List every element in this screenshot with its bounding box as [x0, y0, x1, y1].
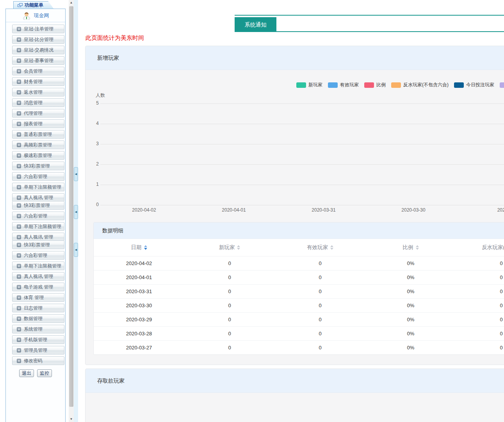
menu-item-wrap: 单期下注限额管理	[6, 183, 65, 193]
expand-plus-icon[interactable]	[17, 317, 21, 321]
sidebar-item-2[interactable]: 皇冠-交易情况	[12, 46, 64, 54]
expand-plus-icon[interactable]	[17, 101, 21, 105]
column-header-0[interactable]: 日期	[94, 239, 184, 256]
sidebar-item-4[interactable]: 会员管理	[12, 67, 64, 75]
sort-carets-icon[interactable]	[144, 245, 147, 250]
expand-plus-icon[interactable]	[17, 48, 21, 52]
expand-plus-icon[interactable]	[17, 359, 21, 363]
sidebar-item-17[interactable]: 快3彩票管理	[12, 201, 64, 210]
sidebar-item-19[interactable]: 单期下注限额管理	[12, 222, 64, 231]
sort-carets-icon[interactable]	[330, 245, 333, 250]
expand-plus-icon[interactable]	[17, 111, 21, 116]
expand-plus-icon[interactable]	[17, 224, 21, 229]
sidebar-item-3[interactable]: 皇冠-赛事管理	[12, 56, 64, 65]
expand-plus-icon[interactable]	[17, 164, 21, 168]
expand-plus-icon[interactable]	[17, 132, 21, 137]
sort-carets-icon[interactable]	[416, 245, 419, 250]
expand-plus-icon[interactable]	[17, 235, 21, 239]
sidebar-item-1[interactable]: 皇冠-比分管理	[12, 35, 64, 44]
scrollbar-thumb[interactable]	[69, 6, 73, 407]
x-tick-label: 2020-03-31	[300, 207, 347, 213]
sidebar-item-9[interactable]: 报表管理	[12, 119, 64, 128]
legend-label: 新玩家	[308, 82, 322, 88]
sidebar-item-13[interactable]: 快3彩票管理	[12, 162, 64, 170]
scroll-down-icon[interactable]: ▼	[69, 417, 74, 422]
sidebar-item-28[interactable]: 数据管理	[12, 314, 64, 323]
sidebar-item-16[interactable]: 真人视讯 管理	[12, 193, 64, 201]
expand-plus-icon[interactable]	[17, 143, 21, 147]
column-header-1[interactable]: 新玩家	[184, 239, 275, 256]
expand-plus-icon[interactable]	[17, 296, 21, 300]
logout-button[interactable]: 退出	[19, 369, 34, 377]
sidebar-header-tab[interactable]: 功能菜单	[13, 1, 54, 9]
expand-plus-icon[interactable]	[17, 59, 21, 63]
legend-item-1[interactable]: 有效玩家	[328, 82, 359, 88]
expand-plus-icon[interactable]	[17, 174, 21, 179]
expand-plus-icon[interactable]	[17, 185, 21, 189]
expand-plus-icon[interactable]	[17, 214, 21, 218]
expand-plus-icon[interactable]	[17, 243, 21, 247]
sidebar-item-22[interactable]: 六合彩管理	[12, 251, 64, 260]
sidebar-item-24[interactable]: 真人视讯 管理	[12, 272, 64, 281]
expand-plus-icon[interactable]	[17, 348, 21, 353]
sidebar-item-30[interactable]: 手机版管理	[12, 335, 64, 344]
column-header-4[interactable]: 反水玩家(不包	[456, 239, 504, 256]
expand-plus-icon[interactable]	[17, 306, 21, 310]
sidebar-item-32[interactable]: 修改密码	[12, 356, 64, 365]
sidebar-item-10[interactable]: 普通彩票管理	[12, 130, 64, 139]
sidebar-item-27[interactable]: 日志管理	[12, 304, 64, 312]
sidebar-item-18[interactable]: 六合彩管理	[12, 212, 64, 220]
expand-plus-icon[interactable]	[17, 285, 21, 289]
scroll-up-icon[interactable]: ▲	[69, 0, 74, 5]
sidebar-item-7[interactable]: 消息管理	[12, 98, 64, 107]
expand-plus-icon[interactable]	[17, 264, 21, 268]
expand-plus-icon[interactable]	[17, 203, 21, 208]
expand-plus-icon[interactable]	[17, 274, 21, 279]
collapse-left-icon[interactable]: ◀	[74, 243, 78, 257]
expand-plus-icon[interactable]	[17, 338, 21, 342]
collapse-left-icon[interactable]: ◀	[74, 167, 78, 181]
legend-item-4[interactable]: 今日投注玩家	[454, 82, 494, 88]
user-row[interactable]: 现金网	[6, 9, 65, 22]
legend-item-5[interactable]: 电	[500, 82, 504, 88]
legend-item-2[interactable]: 比例	[364, 82, 386, 88]
sidebar-item-8[interactable]: 代理管理	[12, 109, 64, 118]
sidebar-item-31[interactable]: 管理员管理	[12, 346, 64, 354]
table-row: 2020-04-02000%0	[94, 256, 504, 270]
sidebar-scrollbar[interactable]: ▲ ▼	[69, 0, 74, 422]
column-header-3[interactable]: 比例	[365, 239, 456, 256]
column-header-2[interactable]: 有效玩家	[275, 239, 365, 256]
sidebar-item-12[interactable]: 极速彩票管理	[12, 151, 64, 160]
sidebar-item-21[interactable]: 快3彩票管理	[12, 240, 64, 249]
sidebar-item-14[interactable]: 六合彩管理	[12, 172, 64, 181]
sidebar-item-15[interactable]: 单期下注限额管理	[12, 183, 64, 191]
sort-carets-icon[interactable]	[237, 245, 240, 250]
expand-plus-icon[interactable]	[17, 122, 21, 126]
sidebar-item-0[interactable]: 皇冠-注单管理	[12, 25, 64, 33]
monitor-button[interactable]: 监控	[37, 369, 52, 377]
sidebar-item-25[interactable]: 电子游戏 管理	[12, 283, 64, 291]
sidebar-item-6[interactable]: 返水管理	[12, 88, 64, 96]
sidebar-item-26[interactable]: 体育 管理	[12, 293, 64, 302]
sidebar-title: 功能菜单	[25, 2, 43, 9]
splitter[interactable]: ◀ ◀ ◀	[74, 0, 78, 422]
sidebar-item-29[interactable]: 系统管理	[12, 325, 64, 333]
expand-plus-icon[interactable]	[17, 153, 21, 158]
expand-plus-icon[interactable]	[17, 27, 21, 31]
expand-plus-icon[interactable]	[17, 90, 21, 94]
collapse-left-icon[interactable]: ◀	[74, 205, 78, 219]
sidebar-item-11[interactable]: 高频彩票管理	[12, 141, 64, 149]
sidebar-item-20[interactable]: 真人视讯 管理	[12, 233, 64, 240]
expand-plus-icon[interactable]	[17, 37, 21, 42]
expand-plus-icon[interactable]	[17, 253, 21, 258]
expand-plus-icon[interactable]	[17, 69, 21, 73]
expand-plus-icon[interactable]	[17, 196, 21, 200]
expand-plus-icon[interactable]	[17, 327, 21, 331]
legend-item-0[interactable]: 新玩家	[296, 82, 322, 88]
expand-plus-icon[interactable]	[17, 80, 21, 84]
legend-item-3[interactable]: 反水玩家(不包含六合)	[391, 82, 449, 88]
tab-system-notice[interactable]: 系统通知	[235, 17, 276, 32]
y-tick-label: 0	[88, 202, 99, 207]
sidebar-item-5[interactable]: 财务管理	[12, 77, 64, 86]
sidebar-item-23[interactable]: 单期下注限额管理	[12, 262, 64, 270]
